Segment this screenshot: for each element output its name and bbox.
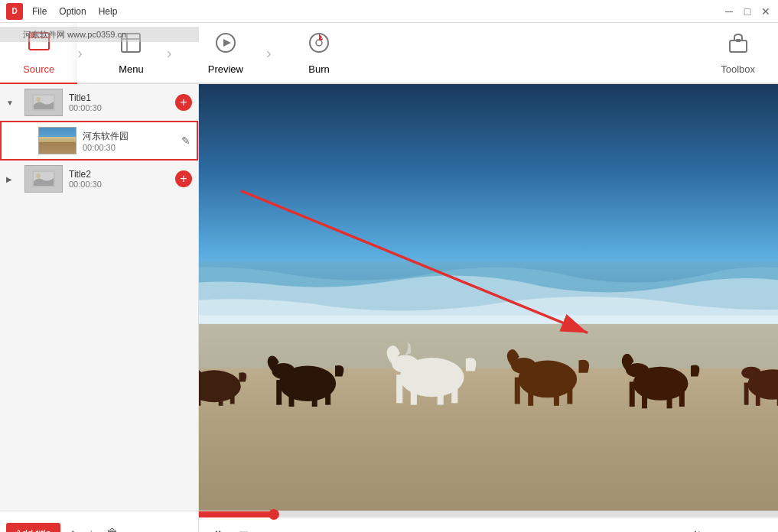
- main-content: ▼ Title1 00:00:30: [0, 84, 778, 511]
- svg-rect-48: [630, 381, 635, 407]
- title-2-info: Title2 00:00:30: [69, 169, 169, 189]
- toolbox-label: Toolbox: [721, 63, 755, 75]
- svg-marker-7: [223, 39, 231, 47]
- svg-rect-50: [667, 384, 672, 408]
- progress-fill: [199, 511, 274, 517]
- delete-button[interactable]: 🗑: [103, 524, 122, 533]
- title-item-2[interactable]: ▶ Title2 00:00:30: [0, 161, 198, 197]
- arrow-2: ›: [167, 44, 185, 62]
- video-area: [199, 84, 778, 511]
- svg-rect-33: [325, 380, 330, 405]
- svg-rect-51: [679, 381, 685, 407]
- burn-icon: [308, 31, 330, 59]
- app-logo: D: [6, 3, 23, 20]
- maximize-button[interactable]: □: [741, 5, 754, 18]
- left-panel: ▼ Title1 00:00:30: [0, 84, 199, 511]
- svg-rect-37: [411, 380, 417, 405]
- next-button[interactable]: ⏭: [286, 525, 306, 532]
- thumb-horse: [39, 128, 76, 154]
- svg-rect-27: [230, 381, 235, 404]
- svg-rect-21: [199, 324, 778, 368]
- title-1-info: Title1 00:00:30: [69, 92, 169, 112]
- svg-rect-49: [642, 386, 647, 408]
- add-title-button[interactable]: Add title: [6, 523, 60, 532]
- controls-bar: ⏸ ⏹ ⏮ ⏭ 00:00:04 / 00:00:30: [199, 511, 778, 532]
- menu-option[interactable]: Option: [59, 6, 86, 17]
- title-item-1-child[interactable]: 河东软件园 00:00:30 ✎: [0, 121, 198, 161]
- title-1-duration: 00:00:30: [69, 103, 169, 112]
- svg-rect-10: [730, 41, 747, 52]
- title-2-duration: 00:00:30: [69, 180, 169, 189]
- menu-bar: File Option Help: [32, 6, 117, 17]
- svg-rect-54: [744, 383, 749, 405]
- minimize-button[interactable]: ─: [723, 5, 735, 18]
- preview-label: Preview: [208, 63, 243, 75]
- thumb-placeholder-1: [25, 89, 62, 115]
- svg-point-53: [741, 367, 761, 379]
- right-panel: [199, 84, 778, 511]
- thumb-child: [38, 127, 76, 154]
- arrow-1: ›: [77, 44, 96, 62]
- video-frame: [199, 84, 778, 511]
- title-group-2: ▶ Title2 00:00:30: [0, 161, 198, 197]
- child-name: 河东软件园: [83, 130, 175, 143]
- thumb-2: [24, 165, 63, 193]
- title-bar-left: D File Option Help: [6, 3, 117, 20]
- pause-button[interactable]: ⏸: [208, 525, 228, 532]
- svg-rect-32: [312, 384, 317, 407]
- svg-rect-55: [756, 386, 760, 406]
- move-down-button[interactable]: ↓: [85, 524, 97, 533]
- svg-rect-26: [219, 384, 223, 406]
- source-label: Source: [23, 63, 54, 75]
- bottom-left-bar: Add title ↑ ↓ 🗑: [0, 511, 199, 532]
- progress-bar[interactable]: [199, 511, 778, 517]
- add-chapter-btn-2[interactable]: +: [175, 170, 192, 187]
- svg-rect-42: [515, 378, 520, 404]
- close-button[interactable]: ✕: [760, 5, 772, 18]
- stop-button[interactable]: ⏹: [234, 525, 254, 532]
- volume-icon: [689, 529, 702, 532]
- burn-label: Burn: [308, 63, 329, 75]
- thumb-placeholder-2: [25, 166, 62, 192]
- move-up-button[interactable]: ↑: [67, 524, 79, 533]
- menu-help[interactable]: Help: [99, 6, 118, 17]
- title-group-1: ▼ Title1 00:00:30: [0, 84, 198, 161]
- tab-toolbox[interactable]: Toolbox: [698, 23, 778, 83]
- bottom-area: Add title ↑ ↓ 🗑 ⏸ ⏹ ⏮ ⏭ 00:00:04 / 00:00…: [0, 511, 778, 532]
- svg-rect-43: [528, 383, 533, 406]
- title-bar: D File Option Help ─ □ ✕: [0, 0, 778, 23]
- preview-icon: [214, 31, 237, 59]
- toolbox-icon: [727, 31, 750, 59]
- svg-rect-38: [438, 378, 444, 405]
- title-2-name: Title2: [69, 169, 169, 180]
- expand-btn-1[interactable]: ▼: [6, 99, 18, 107]
- title-list: ▼ Title1 00:00:30: [0, 84, 198, 511]
- svg-rect-30: [276, 380, 282, 405]
- child-info: 河东软件园 00:00:30: [83, 130, 175, 152]
- prev-button[interactable]: ⏮: [260, 525, 280, 532]
- svg-rect-36: [396, 375, 402, 403]
- arrow-3: ›: [266, 44, 285, 62]
- svg-point-14: [36, 97, 41, 102]
- title-item-1[interactable]: ▼ Title1 00:00:30: [0, 84, 198, 121]
- add-chapter-btn-1[interactable]: +: [175, 94, 192, 111]
- thumb-1: [24, 89, 63, 116]
- svg-rect-45: [567, 378, 572, 404]
- title-1-name: Title1: [69, 92, 169, 103]
- menu-file[interactable]: File: [32, 6, 47, 17]
- svg-point-17: [36, 174, 41, 178]
- menu-label: Menu: [119, 63, 144, 75]
- watermark: 河东软件网 www.pc0359.cn: [0, 27, 199, 42]
- controls-row: ⏸ ⏹ ⏮ ⏭ 00:00:04 / 00:00:30: [199, 517, 778, 532]
- svg-rect-11: [736, 39, 741, 42]
- svg-rect-39: [451, 375, 457, 403]
- expand-btn-2[interactable]: ▶: [6, 175, 18, 183]
- edit-icon[interactable]: ✎: [181, 135, 190, 147]
- child-duration: 00:00:30: [83, 143, 175, 152]
- window-controls: ─ □ ✕: [723, 5, 772, 18]
- svg-rect-44: [554, 381, 559, 406]
- tab-burn[interactable]: Burn: [285, 23, 353, 83]
- svg-point-9: [316, 40, 322, 46]
- svg-rect-31: [289, 385, 295, 407]
- svg-rect-25: [199, 386, 200, 406]
